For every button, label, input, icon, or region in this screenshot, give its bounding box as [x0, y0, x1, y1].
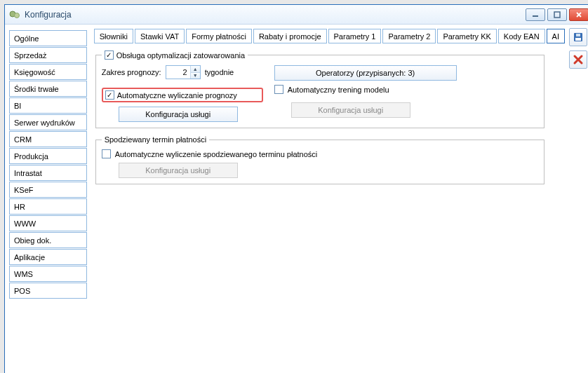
config-window: Konfiguracja Ogólne Sprzedaż Księgowość …: [4, 4, 588, 373]
sidebar-item-ksiegowosc[interactable]: Księgowość: [9, 64, 87, 80]
sidebar-item-bi[interactable]: BI: [9, 97, 87, 114]
tab-stawki-vat[interactable]: Stawki VAT: [135, 29, 185, 43]
tab-param1[interactable]: Parametry 1: [328, 29, 382, 43]
sidebar-item-pos[interactable]: POS: [9, 283, 87, 299]
spinner-forecast-range[interactable]: ▲ ▼: [166, 65, 201, 79]
checkbox-auto-payment[interactable]: [102, 149, 111, 158]
minimize-button[interactable]: [526, 8, 545, 21]
save-button[interactable]: [569, 28, 587, 46]
svg-rect-2: [533, 15, 538, 17]
sidebar-item-serwer[interactable]: Serwer wydruków: [9, 114, 87, 130]
label-auto-calc: Automatyczne wyliczanie prognozy: [117, 91, 237, 100]
label-forecast-unit: tygodnie: [205, 68, 234, 76]
spinner-up[interactable]: ▲: [191, 66, 200, 73]
group-expected-payment: Spodziewany termin płatności Automatyczn…: [95, 135, 544, 184]
group-stock-optimization: Obsługa optymalizacji zatowarowania Zakr…: [95, 50, 544, 128]
app-icon: [9, 9, 20, 20]
label-forecast-range: Zakres prognozy:: [102, 68, 161, 76]
close-button[interactable]: [569, 8, 588, 21]
checkbox-stock-optimization[interactable]: [105, 50, 114, 60]
sidebar-item-www[interactable]: WWW: [9, 215, 87, 231]
input-forecast-range[interactable]: [166, 66, 190, 79]
label-auto-train: Automatyczny trening modelu: [288, 86, 389, 94]
tab-param2[interactable]: Parametry 2: [382, 29, 436, 43]
button-config-service-right: Konfiguracja usługi: [291, 102, 410, 118]
spinner-down[interactable]: ▼: [191, 73, 200, 79]
actionbar: [569, 28, 588, 69]
svg-rect-6: [576, 34, 580, 36]
maximize-button[interactable]: [547, 8, 567, 21]
sidebar-item-ogolne[interactable]: Ogólne: [9, 30, 87, 46]
svg-rect-3: [554, 12, 560, 18]
sidebar-item-srodki[interactable]: Środki trwałe: [9, 81, 87, 97]
titlebar: Konfiguracja: [5, 5, 588, 25]
checkbox-auto-calc[interactable]: [105, 90, 114, 100]
tab-slowniki[interactable]: Słowniki: [94, 29, 133, 43]
sidebar-item-obieg[interactable]: Obieg dok.: [9, 232, 87, 248]
main-panel: Słowniki Stawki VAT Formy płatności Raba…: [91, 25, 588, 373]
svg-point-1: [15, 13, 20, 18]
svg-rect-5: [575, 38, 581, 41]
sidebar: Ogólne Sprzedaż Księgowość Środki trwałe…: [5, 25, 91, 373]
checkbox-auto-train[interactable]: [274, 85, 283, 94]
label-auto-payment: Automatyczne wyliczenie spodziewanego te…: [115, 150, 318, 158]
tab-kody-ean[interactable]: Kody EAN: [498, 29, 545, 43]
sidebar-item-crm[interactable]: CRM: [9, 131, 87, 147]
sidebar-item-aplikacje[interactable]: Aplikacje: [9, 249, 87, 265]
sidebar-item-wms[interactable]: WMS: [9, 266, 87, 282]
label-expected-payment: Spodziewany termin płatności: [105, 135, 207, 144]
sidebar-item-hr[interactable]: HR: [9, 198, 87, 215]
button-config-service-left[interactable]: Konfiguracja usługi: [119, 107, 238, 122]
highlight-auto-calc: Automatyczne wyliczanie prognozy: [102, 88, 263, 102]
tab-ai[interactable]: AI: [547, 29, 565, 43]
button-config-service-payment: Konfiguracja usługi: [119, 163, 238, 178]
label-stock-optimization: Obsługa optymalizacji zatowarowania: [116, 51, 245, 60]
tabs: Słowniki Stawki VAT Formy płatności Raba…: [94, 29, 565, 43]
tab-rabaty[interactable]: Rabaty i promocje: [253, 29, 327, 43]
tab-content-ai: Obsługa optymalizacji zatowarowania Zakr…: [94, 43, 565, 184]
button-operators[interactable]: Operatorzy (przypisanych: 3): [274, 65, 457, 81]
cancel-button[interactable]: [569, 50, 587, 69]
sidebar-item-produkcja[interactable]: Produkcja: [9, 148, 87, 164]
sidebar-item-ksef[interactable]: KSeF: [9, 182, 87, 198]
sidebar-item-intrastat[interactable]: Intrastat: [9, 165, 87, 181]
tab-formy[interactable]: Formy płatności: [186, 29, 252, 43]
window-title: Konfiguracja: [25, 10, 526, 20]
tab-param-kk[interactable]: Parametry KK: [437, 29, 496, 43]
sidebar-item-sprzedaz[interactable]: Sprzedaż: [9, 47, 87, 63]
